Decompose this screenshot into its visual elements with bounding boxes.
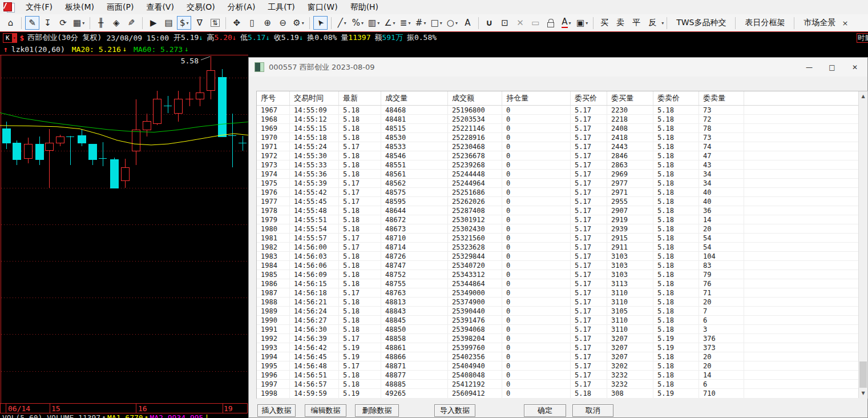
menu-item-2[interactable]: 画面(P) <box>100 1 140 14</box>
toolbar-tab-1[interactable]: 表日分框架 <box>738 17 791 29</box>
alert-diamond-icon[interactable]: ◈ <box>109 16 123 30</box>
toolbar-tab-2[interactable]: 市场全景 <box>797 17 842 29</box>
table-row[interactable]: 199014:56:275.18488452539147605.1731105.… <box>257 316 867 325</box>
table-row[interactable]: 199214:56:395.17488582539820405.1732075.… <box>257 334 867 343</box>
dialog-button-5[interactable]: 取消 <box>572 404 613 417</box>
refresh-icon[interactable]: ⟳ <box>56 16 70 30</box>
table-row[interactable]: 196914:55:155.18485152522114605.1724085.… <box>257 124 867 133</box>
table-row[interactable]: 197814:55:485.18486442528740805.1729075.… <box>257 206 867 215</box>
trendline-tool-icon[interactable]: ╱▾ <box>335 16 349 30</box>
vertical-scrollbar[interactable]: ▲ ▼ <box>858 91 867 398</box>
compose-icon[interactable]: ✎ <box>124 16 139 30</box>
settings-gear-icon[interactable]: ⚙▾ <box>291 16 305 30</box>
cursor-icon[interactable]: ➤ <box>313 16 328 30</box>
menu-item-7[interactable]: 窗口(W) <box>301 1 344 14</box>
lock-icon[interactable] <box>544 16 558 30</box>
layout-grid-icon[interactable]: ▦▾ <box>71 16 86 30</box>
percent-tool-icon[interactable]: %▾ <box>350 16 365 30</box>
table-row[interactable]: 199614:56:515.18488772540804805.1732325.… <box>257 371 867 380</box>
filter-funnel-icon[interactable]: ∇ <box>192 16 207 30</box>
chevron-down-icon[interactable]: ▾ <box>455 21 458 26</box>
table-row[interactable]: 197714:55:455.17485952526202605.1729555.… <box>257 197 867 206</box>
play-icon[interactable]: ▶ <box>146 16 160 30</box>
menu-item-1[interactable]: 板块(M) <box>59 1 100 14</box>
maximize-button[interactable]: □ <box>821 60 843 75</box>
font-color-icon[interactable]: A▾ <box>559 16 574 30</box>
chevron-down-icon[interactable]: ▾ <box>302 21 304 26</box>
table-row[interactable]: 198314:56:035.18487262532984405.1731035.… <box>257 252 867 261</box>
edit-pencil-icon[interactable]: ✎ <box>25 16 39 30</box>
delete-icon[interactable]: ✕ <box>513 16 527 30</box>
chevron-down-icon[interactable]: ▾ <box>186 21 188 26</box>
channel-tool-icon[interactable]: ≣▾ <box>398 16 413 30</box>
time-volume-button[interactable]: 时量 <box>857 33 868 43</box>
trade-button-1[interactable]: 卖 <box>612 17 628 29</box>
rectangle-tool-icon[interactable]: □▾ <box>429 16 444 30</box>
table-row[interactable]: 199114:56:305.18488502539406805.1731105.… <box>257 325 867 334</box>
table-row[interactable]: 199814:59:595.19492652560941205.183085.1… <box>257 389 867 398</box>
ellipse-tool-icon[interactable]: ○▾ <box>445 16 459 30</box>
table-row[interactable]: 199514:56:485.17488712540494005.1732025.… <box>257 361 867 371</box>
home-icon[interactable]: ⌂ <box>3 16 18 30</box>
menu-item-6[interactable]: 工具(T) <box>261 1 301 14</box>
table-row[interactable]: 196814:55:125.18484812520353405.1722185.… <box>257 115 867 124</box>
table-row[interactable]: 197314:55:335.18485512523926805.1728635.… <box>257 160 867 170</box>
table-row[interactable]: 198414:56:065.18487472534072005.1731035.… <box>257 261 867 270</box>
ruler-icon[interactable]: ▯ <box>245 16 259 30</box>
chevron-down-icon[interactable]: ▾ <box>423 21 426 26</box>
chevron-down-icon[interactable]: ▾ <box>82 21 84 26</box>
menu-item-0[interactable]: 文件(F) <box>19 1 59 14</box>
magnet-icon[interactable]: ∪ <box>482 16 496 30</box>
angle-tool-icon[interactable]: ∠▾ <box>382 16 397 30</box>
chevron-down-icon[interactable]: ▾ <box>344 21 346 26</box>
indicator-name[interactable]: lzk01(20,60) <box>11 45 65 54</box>
link-icon[interactable]: ⊡ <box>498 16 512 30</box>
chevron-down-icon[interactable]: ▾ <box>12 34 17 42</box>
table-row[interactable]: 197414:55:365.18485612524444805.1729695.… <box>257 170 867 179</box>
chevron-down-icon[interactable]: ▾ <box>408 21 410 26</box>
kline-style-icon[interactable]: ╫ <box>94 16 108 30</box>
table-row[interactable]: 199314:56:425.19488612539976005.1732075.… <box>257 343 867 352</box>
minimize-button[interactable]: — <box>798 60 821 75</box>
chevron-down-icon[interactable]: ▾ <box>377 21 380 26</box>
menu-item-4[interactable]: 交易(O) <box>180 1 221 14</box>
kline-period-badge[interactable]: K ▾ <box>3 33 17 43</box>
toolbar-tab-0[interactable]: TWS多品种交 <box>670 17 732 29</box>
chevron-down-icon[interactable]: ▾ <box>569 21 571 26</box>
table-row[interactable]: 197914:55:515.18486722530191205.1729195.… <box>257 215 867 224</box>
table-row[interactable]: 196714:55:095.18484682519680005.1722305.… <box>257 106 867 115</box>
table-row[interactable]: 199714:56:575.18488852541219205.1732325.… <box>257 380 867 389</box>
text-tool-icon[interactable]: A <box>461 16 475 30</box>
dialog-title-bar[interactable]: 000557 西部创业 2023-08-09 — □ ✕ <box>249 58 867 77</box>
download-icon[interactable]: ↧ <box>41 16 55 30</box>
table-row[interactable]: 198114:55:575.17487102532156005.1729155.… <box>257 234 867 243</box>
trade-button-0[interactable]: 买 <box>596 17 612 29</box>
currency-dollar-icon[interactable]: $▾ <box>177 16 191 30</box>
menu-item-8[interactable]: 帮助(H) <box>344 1 385 14</box>
zoom-in-icon[interactable]: ⊕ <box>260 16 274 30</box>
table-row[interactable]: 198914:56:245.18488432539044005.1731055.… <box>257 307 867 316</box>
chevron-down-icon[interactable]: ▾ <box>361 21 364 26</box>
chevron-down-icon[interactable]: ▾ <box>661 21 664 26</box>
scrollbar-thumb[interactable] <box>859 361 867 388</box>
table-row[interactable]: 198814:56:215.18488132537490005.1731105.… <box>257 298 867 307</box>
table-row[interactable]: 198714:56:185.17487632534900005.1731105.… <box>257 288 867 298</box>
trade-button-2[interactable]: 平 <box>628 17 644 29</box>
move-icon[interactable]: ✥ <box>229 16 244 30</box>
chevron-down-icon[interactable]: ▾ <box>586 21 588 26</box>
chevron-down-icon[interactable]: ▾ <box>393 21 395 26</box>
close-button[interactable]: ✕ <box>843 60 866 75</box>
dialog-button-0[interactable]: 插入数据 <box>257 404 296 417</box>
dialog-button-1[interactable]: 编辑数据 <box>305 404 346 417</box>
note-document-icon[interactable]: ▤ <box>162 16 176 30</box>
tab-close-icon[interactable]: × <box>842 19 853 27</box>
trade-button-3[interactable]: 反 <box>644 17 660 29</box>
zoom-out-icon[interactable]: ⊖ <box>276 16 290 30</box>
menu-item-5[interactable]: 分析(A) <box>221 1 262 14</box>
sort-arrows-icon[interactable]: ⇅ <box>208 16 222 30</box>
chevron-down-icon[interactable]: ▾ <box>440 21 442 26</box>
table-row[interactable]: 198614:56:155.18487552534486405.1731135.… <box>257 279 867 288</box>
trash-icon[interactable]: ▭ <box>528 16 543 30</box>
grid-tool-icon[interactable]: #▾ <box>414 16 428 30</box>
table-row[interactable]: 198514:56:095.18487522534331205.1731035.… <box>257 270 867 279</box>
